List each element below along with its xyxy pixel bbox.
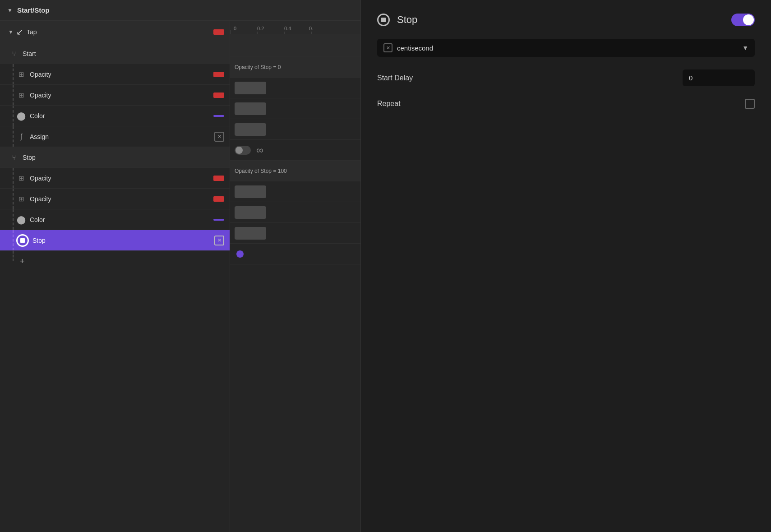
color-2-row[interactable]: ⬤ Color	[0, 209, 230, 230]
tap-label: Tap	[27, 28, 213, 36]
dashed-line-5	[13, 168, 14, 188]
opacity-4-block	[235, 206, 266, 219]
color-1-block	[235, 123, 266, 136]
assign-toggle-knob	[235, 147, 243, 154]
opacity-4-icon: ⊞	[16, 194, 26, 204]
color-2-badge	[213, 219, 224, 221]
tap-badge	[213, 29, 224, 35]
stop-section-row[interactable]: ⑂ Stop	[0, 147, 230, 168]
dashed-line-4	[13, 126, 14, 147]
centisecond-dropdown[interactable]: ✕ centisecond ▼	[377, 39, 755, 57]
panel-title: Start/Stop	[17, 6, 50, 14]
start-delay-input[interactable]: 0	[683, 69, 755, 86]
timeline-assign-row: ∞	[230, 140, 360, 161]
dropdown-label: centisecond	[397, 44, 738, 52]
color-1-icon: ⬤	[16, 111, 26, 121]
dashed-line-9	[13, 251, 14, 261]
opacity-1-badge	[213, 72, 224, 77]
opacity-2-block	[235, 102, 266, 115]
assign-row[interactable]: ∫ Assign ✕	[0, 126, 230, 147]
right-panel: Stop ✕ centisecond ▼ Start Delay 0 Repea…	[361, 0, 771, 532]
color-2-block	[235, 227, 266, 240]
start-section-row[interactable]: ⑂ Start	[0, 43, 230, 64]
dashed-line-1	[13, 64, 14, 84]
stop-item-label: Stop	[32, 237, 214, 244]
stop-toggle-knob	[743, 14, 754, 25]
opacity-start-label: Opacity of Stop = 0	[235, 64, 281, 70]
opacity-1-block	[235, 82, 266, 94]
opacity-2-badge	[213, 93, 224, 98]
dashed-line-7	[13, 209, 14, 230]
opacity-2-row[interactable]: ⊞ Opacity	[0, 85, 230, 106]
timeline-opacity4-row	[230, 202, 360, 223]
color-1-label: Color	[30, 112, 213, 120]
stop-header-title: Stop	[397, 14, 724, 26]
opacity-end-label: Opacity of Stop = 100	[235, 168, 287, 174]
tap-row[interactable]: ▼ ↙ Tap	[0, 21, 230, 43]
timeline-opacity1-row	[230, 78, 360, 98]
timeline-start-section-row: Opacity of Stop = 0	[230, 57, 360, 78]
opacity-3-row[interactable]: ⊞ Opacity	[0, 168, 230, 189]
timeline-color2-row	[230, 223, 360, 244]
opacity-4-badge	[213, 196, 224, 202]
stop-item-badge: ✕	[214, 236, 224, 245]
repeat-checkbox[interactable]	[745, 99, 755, 109]
opacity-2-label: Opacity	[30, 92, 213, 99]
stop-item-row[interactable]: Stop ✕	[0, 230, 230, 251]
timeline-plus-row	[230, 264, 360, 285]
start-label: Start	[23, 50, 224, 57]
opacity-1-icon: ⊞	[16, 69, 26, 79]
dashed-line-6	[13, 189, 14, 209]
timeline-stop-section-row: Opacity of Stop = 100	[230, 161, 360, 181]
timeline-color1-row	[230, 119, 360, 140]
color-1-row[interactable]: ⬤ Color	[0, 106, 230, 126]
tree-panel: ▼ ↙ Tap ⑂ Start ⊞ Opacity	[0, 21, 230, 532]
dashed-line-8	[13, 230, 14, 250]
assign-badge: ✕	[214, 132, 224, 142]
add-item-row[interactable]: +	[0, 251, 230, 272]
color-2-icon: ⬤	[16, 215, 26, 225]
opacity-3-badge	[213, 176, 224, 181]
start-delay-label: Start Delay	[377, 74, 675, 82]
timeline-stop-item-row	[230, 244, 360, 264]
repeat-row: Repeat	[377, 99, 755, 109]
dropdown-row: ✕ centisecond ▼	[377, 39, 755, 57]
timeline-panel: 0 0.2 0.4 0.	[230, 21, 360, 532]
opacity-1-row[interactable]: ⊞ Opacity	[0, 64, 230, 85]
timeline-ruler: 0 0.2 0.4 0.	[230, 21, 360, 34]
color-2-label: Color	[30, 216, 213, 223]
stop-header-icon	[377, 14, 390, 26]
panel-header: ▼ Start/Stop	[0, 0, 360, 21]
start-delay-value: 0	[689, 74, 693, 82]
timeline-opacity3-row	[230, 181, 360, 202]
ruler-ticks-svg	[230, 30, 360, 34]
tap-icon: ↙	[16, 27, 23, 37]
opacity-3-icon: ⊞	[16, 173, 26, 183]
stop-section-label: Stop	[23, 154, 224, 161]
assign-toggle[interactable]	[235, 146, 251, 155]
content-split: ▼ ↙ Tap ⑂ Start ⊞ Opacity	[0, 21, 360, 532]
repeat-label: Repeat	[377, 100, 738, 108]
opacity-4-row[interactable]: ⊞ Opacity	[0, 189, 230, 209]
opacity-3-label: Opacity	[30, 175, 213, 182]
collapse-chevron-icon[interactable]: ▼	[7, 7, 13, 14]
opacity-3-block	[235, 185, 266, 198]
timeline-opacity2-row	[230, 98, 360, 119]
dashed-line-3	[13, 106, 14, 126]
stop-item-icon	[16, 234, 29, 247]
opacity-4-label: Opacity	[30, 195, 213, 203]
start-delay-row: Start Delay 0	[377, 69, 755, 86]
stop-toggle[interactable]	[731, 14, 755, 26]
left-panel: ▼ Start/Stop ▼ ↙ Tap ⑂ Start	[0, 0, 361, 532]
dropdown-chevron-icon: ▼	[742, 44, 748, 51]
start-branch-icon: ⑂	[9, 49, 19, 59]
stop-branch-icon: ⑂	[9, 153, 19, 162]
dashed-line-2	[13, 85, 14, 105]
tap-chevron-icon: ▼	[8, 29, 14, 35]
timeline-tap-row	[230, 34, 360, 57]
assign-icon: ∫	[16, 132, 26, 142]
main-container: ▼ Start/Stop ▼ ↙ Tap ⑂ Start	[0, 0, 771, 532]
assign-label: Assign	[30, 133, 214, 140]
stop-header: Stop	[377, 14, 755, 26]
infinity-icon: ∞	[256, 144, 263, 156]
